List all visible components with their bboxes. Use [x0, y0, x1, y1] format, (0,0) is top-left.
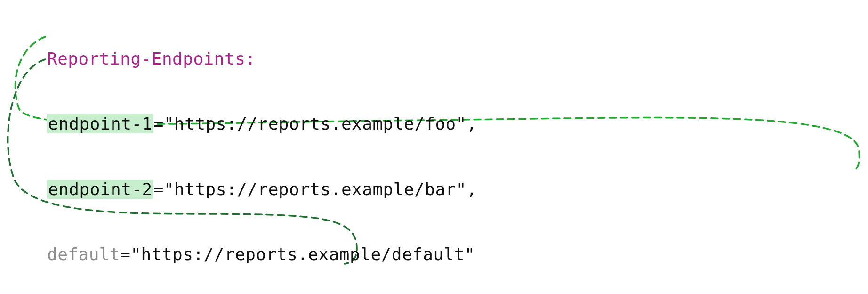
endpoint-1-name: endpoint-1 [47, 114, 153, 133]
diagram-stage: Reporting-Endpoints: endpoint-1="https:/… [0, 0, 868, 294]
default-name: default [47, 245, 120, 264]
default-def: default="https://reports.example/default… [47, 244, 665, 265]
header-text: Reporting-Endpoints: [47, 49, 256, 68]
endpoint-2-name: endpoint-2 [47, 180, 153, 199]
endpoint-2-def: endpoint-2="https://reports.example/bar"… [47, 179, 665, 200]
endpoint-1-value: ="https://reports.example/foo", [153, 114, 477, 133]
endpoint-2-value: ="https://reports.example/bar", [153, 180, 477, 199]
default-value: ="https://reports.example/default" [120, 245, 475, 264]
endpoint-1-def: endpoint-1="https://reports.example/foo"… [47, 113, 665, 135]
reporting-endpoints-header: Reporting-Endpoints: [47, 48, 665, 70]
code-block: Reporting-Endpoints: endpoint-1="https:/… [47, 5, 665, 294]
